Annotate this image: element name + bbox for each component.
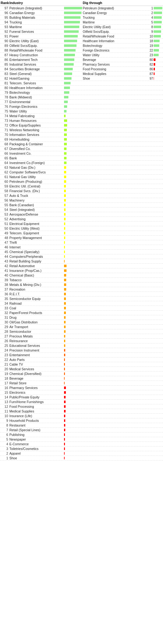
table-row[interactable]: 7Retail (Special Lines) <box>0 428 163 432</box>
table-row[interactable]: 27Precious Metals <box>0 334 163 339</box>
table-row[interactable]: 71Wireless Networking <box>0 128 163 132</box>
table-row[interactable]: 64Investment Co.(Foreign) <box>0 161 163 165</box>
table-row[interactable]: 46Internet <box>0 245 163 250</box>
table-row[interactable]: 41Insurance (Prop/Cas.) <box>0 268 163 273</box>
table-row[interactable]: 37Recreation <box>0 287 163 292</box>
table-row[interactable]: 51Electrical Equipment <box>0 222 163 226</box>
table-row[interactable]: 84Securities BrokerageFood Processing86 <box>0 67 163 72</box>
table-row[interactable]: 38Metals & Mining (Div.) <box>0 282 163 287</box>
table-row[interactable]: 54Steel (Integrated) <box>0 207 163 212</box>
table-row[interactable]: 8Restaurant <box>0 423 163 428</box>
table-row[interactable]: 75Water Utility <box>0 109 163 114</box>
table-row[interactable]: 10Insurance (Life) <box>0 414 163 418</box>
table-row[interactable]: 96Canadian EnergyCanadian Energy2 <box>0 11 163 15</box>
table-row[interactable]: 55Bank (Canadian) <box>0 203 163 207</box>
table-row[interactable]: 42Retail Automotive <box>0 264 163 268</box>
table-row[interactable]: 20Medical Services <box>0 367 163 372</box>
table-row[interactable]: 67Diversified Co. <box>0 147 163 151</box>
table-row[interactable]: 78Bank (Midwest) <box>0 95 163 100</box>
table-row[interactable]: 97Petroleum (Integrated)Petroleum (Integ… <box>0 6 163 11</box>
table-row[interactable]: 93MaritimeElectric Utility (East)8 <box>0 25 163 29</box>
table-row[interactable]: 53Aerospace/Defense <box>0 212 163 217</box>
table-row[interactable]: 26Reinsurance <box>0 339 163 343</box>
table-row[interactable]: 11Medical Supplies <box>0 409 163 414</box>
table-row[interactable]: 13Furn/Home Furnishings <box>0 400 163 404</box>
table-row[interactable]: 25Educational Services <box>0 343 163 348</box>
table-row[interactable]: 5Newspaper <box>0 437 163 442</box>
table-row[interactable]: 60Petroleum (Producing) <box>0 179 163 184</box>
table-row[interactable]: 40Chemical (Basic) <box>0 273 163 278</box>
table-row[interactable]: 76Foreign Electronics <box>0 104 163 109</box>
table-row[interactable]: 29Air Transport <box>0 325 163 329</box>
table-row[interactable]: 35Semiconductor Equip <box>0 297 163 301</box>
table-row[interactable]: 9Household Products <box>0 418 163 423</box>
table-row[interactable]: 32Paper/Forest Products <box>0 311 163 315</box>
table-row[interactable]: 79Biotechnology <box>0 90 163 95</box>
table-row[interactable]: 59Electric Util. (Central) <box>0 184 163 189</box>
table-row[interactable]: 3Toiletries/Cosmetics <box>0 447 163 451</box>
table-row[interactable]: 19Chemical (Diversified) <box>0 372 163 376</box>
table-row[interactable]: 81Telecom. Services <box>0 81 163 86</box>
table-row[interactable]: 68Packaging & Container <box>0 142 163 147</box>
table-row[interactable]: 95Building MaterialsTrucking4 <box>0 15 163 20</box>
table-row[interactable]: 36R.E.I.T. <box>0 292 163 297</box>
table-row[interactable]: 52Advertising <box>0 217 163 222</box>
table-row[interactable]: 28Semiconductor <box>0 329 163 334</box>
table-row[interactable]: 73Human Resources <box>0 118 163 123</box>
table-row[interactable]: 18Beverage <box>0 376 163 381</box>
table-row[interactable]: 30Oil/Gas Distribution <box>0 320 163 325</box>
table-row[interactable]: 87Heavy ConstructionWater Utility23 <box>0 53 163 57</box>
table-row[interactable]: 44Computers/Peripherals <box>0 254 163 259</box>
table-row[interactable]: 92Funeral ServicesOilfield Svcs/Equip.9 <box>0 29 163 34</box>
table-row[interactable]: 4E-Commerce <box>0 442 163 447</box>
table-row[interactable]: 91PowerRetail/Wholesale Food10 <box>0 34 163 39</box>
table-row[interactable]: 14Public/Private Equity <box>0 395 163 400</box>
table-row[interactable]: 24Precision Instrument <box>0 348 163 353</box>
table-row[interactable]: 63Natural Gas (Div.) <box>0 165 163 170</box>
table-row[interactable]: 1Shoe <box>0 456 163 461</box>
table-row[interactable]: 48Property Management <box>0 236 163 240</box>
table-row[interactable]: 50Electric Utility (West) <box>0 226 163 231</box>
table-row[interactable]: 69Homebuilding <box>0 137 163 142</box>
table-row[interactable]: 2Apparel <box>0 451 163 456</box>
table-row[interactable]: 6Publishing <box>0 432 163 437</box>
table-row[interactable]: 72Office Equip/Supplies <box>0 123 163 128</box>
table-row[interactable]: 85Industrial ServicesPharmacy Services82 <box>0 62 163 67</box>
table-row[interactable]: 31Drug <box>0 315 163 320</box>
table-row[interactable]: 89Oilfield Svcs/Equip.Biotechnology19 <box>0 43 163 48</box>
industry-cell: Metals & Mining (Div.) <box>9 283 64 287</box>
table-row[interactable]: 65Bank <box>0 156 163 161</box>
table-row[interactable]: 12Food Processing <box>0 404 163 409</box>
table-row[interactable]: 16Pharmacy Services <box>0 386 163 390</box>
table-row[interactable]: 34Railroad <box>0 301 163 306</box>
table-row[interactable]: 77Environmental <box>0 100 163 104</box>
table-row[interactable]: 15Electronics <box>0 390 163 395</box>
table-row[interactable]: 88Retail/Wholesale FoodForeign Electroni… <box>0 48 163 53</box>
table-row[interactable]: 74Metal Fabricating <box>0 114 163 118</box>
table-row[interactable]: 57Auto & Truck <box>0 193 163 198</box>
table-row[interactable]: 94TruckingMaritime5 <box>0 20 163 25</box>
table-row[interactable]: 56Machinery <box>0 198 163 203</box>
table-row[interactable]: 66Investment Co. <box>0 151 163 156</box>
table-row[interactable]: 33Coal <box>0 306 163 311</box>
table-row[interactable]: 86Entertainment TechBeverage80 <box>0 57 163 62</box>
table-row[interactable]: 17Retail Store <box>0 381 163 386</box>
table-row[interactable]: 61Natural Gas Utility <box>0 175 163 179</box>
table-row[interactable]: 47Thrift <box>0 240 163 245</box>
table-row[interactable]: 39Tobacco <box>0 278 163 282</box>
table-row[interactable]: 45Chemical (Specialty) <box>0 250 163 254</box>
table-row[interactable]: 62Computer Software/Svcs <box>0 170 163 175</box>
table-row[interactable]: 22Auto Parts <box>0 357 163 362</box>
bar-indicator <box>64 419 65 422</box>
table-row[interactable]: 83Steel (General)Medical Supplies87 <box>0 72 163 76</box>
table-row[interactable]: 49Telecom. Equipment <box>0 231 163 236</box>
table-row[interactable]: 21Cable TV <box>0 362 163 367</box>
table-row[interactable]: 90Electric Utility (East)Healthcare Info… <box>0 39 163 43</box>
table-row[interactable]: 23Entertainment <box>0 353 163 357</box>
table-row[interactable]: 43Retail Building Supply <box>0 259 163 264</box>
rank-cell: 2 <box>0 452 9 455</box>
table-row[interactable]: 58Financial Svcs. (Div.) <box>0 189 163 193</box>
table-row[interactable]: 70Information Services <box>0 132 163 137</box>
table-row[interactable]: 80Healthcare Information <box>0 86 163 90</box>
table-row[interactable]: 82Hotel/GamingShoe97 <box>0 76 163 81</box>
